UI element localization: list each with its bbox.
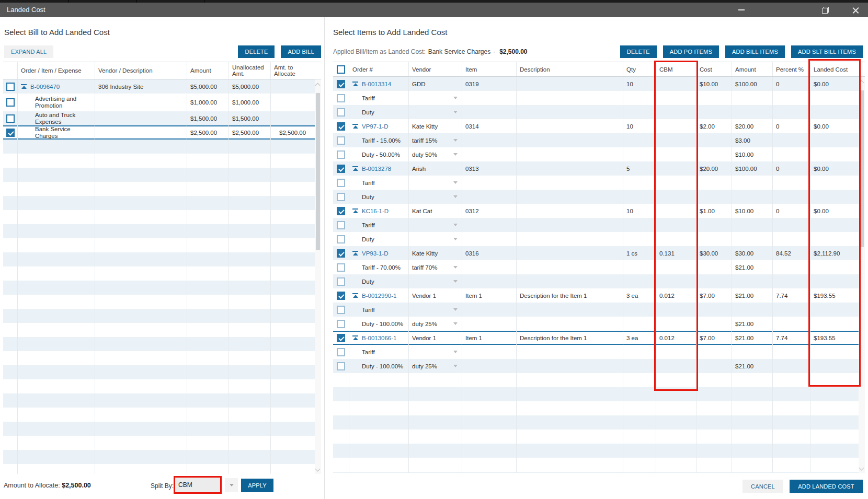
delete-bill-button[interactable]: DELETE	[238, 45, 275, 58]
checkbox-unchecked[interactable]	[337, 348, 345, 356]
checkbox-unchecked[interactable]	[337, 362, 345, 370]
order-link[interactable]: B-0013066-1	[362, 335, 397, 341]
scrollbar-thumb[interactable]	[316, 93, 320, 250]
cell: duty 25%	[409, 359, 462, 373]
checkbox-unchecked[interactable]	[337, 221, 345, 229]
checkbox-unchecked[interactable]	[337, 235, 345, 243]
empty-cell	[229, 238, 271, 252]
checkbox-unchecked[interactable]	[337, 65, 345, 74]
order-link[interactable]: B-0012990-1	[362, 293, 397, 299]
checkbox-checked[interactable]	[337, 165, 345, 173]
empty-cell	[187, 238, 229, 252]
collapse-icon[interactable]	[352, 293, 358, 298]
expand-all-button[interactable]: EXPAND ALL	[4, 45, 53, 58]
scroll-down-icon[interactable]	[860, 467, 864, 471]
charge-type-dropdown[interactable]: tariff 15%	[412, 137, 459, 144]
empty-cell	[409, 401, 462, 415]
checkbox-unchecked[interactable]	[337, 320, 345, 328]
cell	[656, 274, 696, 288]
close-button[interactable]	[846, 3, 865, 17]
checkbox-unchecked[interactable]	[337, 179, 345, 187]
checkbox-checked[interactable]	[337, 80, 345, 88]
add-bill-items-button[interactable]: ADD BILL ITEMS	[725, 45, 785, 58]
add-bill-button[interactable]: ADD BILL	[281, 45, 321, 58]
scroll-up-icon[interactable]	[316, 83, 320, 87]
cell	[810, 147, 858, 161]
minimize-button[interactable]	[732, 3, 751, 17]
empty-row	[333, 373, 865, 387]
cell	[517, 77, 623, 91]
empty-cell	[271, 450, 315, 464]
charge-type-dropdown[interactable]	[412, 238, 459, 240]
cancel-button[interactable]: CANCEL	[743, 480, 783, 493]
checkbox-checked[interactable]	[6, 129, 15, 137]
checkbox-unchecked[interactable]	[337, 306, 345, 314]
checkbox-unchecked[interactable]	[337, 277, 345, 286]
charge-type-dropdown[interactable]	[412, 224, 459, 226]
collapse-icon[interactable]	[352, 82, 358, 86]
charge-type-dropdown[interactable]	[412, 97, 459, 99]
cell	[409, 232, 462, 246]
charge-type-dropdown[interactable]	[412, 195, 459, 198]
restore-button[interactable]	[816, 3, 835, 17]
collapse-icon[interactable]	[352, 335, 358, 340]
checkbox-unchecked[interactable]	[337, 263, 345, 272]
order-link[interactable]: B-0013314	[362, 81, 391, 87]
collapse-icon[interactable]	[352, 166, 358, 171]
order-link[interactable]: VP93-1-D	[362, 250, 389, 257]
charge-type-dropdown[interactable]: duty 25%	[412, 321, 459, 327]
order-link[interactable]: VP97-1-D	[362, 123, 389, 130]
collapse-icon[interactable]	[352, 251, 358, 256]
items-table-scrollbar[interactable]	[859, 77, 865, 473]
cell	[623, 218, 656, 232]
checkbox-unchecked[interactable]	[6, 114, 15, 123]
collapse-icon[interactable]	[352, 208, 358, 213]
charge-type-dropdown[interactable]	[412, 280, 459, 283]
order-link[interactable]: B-0096470	[30, 84, 60, 90]
charge-type-dropdown[interactable]	[412, 351, 459, 353]
chevron-down-icon	[453, 111, 458, 113]
items-table: Order #VendorItemDescriptionQtyCBMCostAm…	[333, 62, 865, 473]
checkbox-unchecked[interactable]	[337, 193, 345, 201]
scroll-down-icon[interactable]	[316, 468, 320, 472]
checkbox-unchecked[interactable]	[6, 83, 15, 91]
apply-button[interactable]: APPLY	[241, 479, 273, 492]
delete-items-button[interactable]: DELETE	[620, 45, 657, 58]
checkbox-unchecked[interactable]	[337, 94, 345, 102]
add-po-items-button[interactable]: ADD PO ITEMS	[663, 45, 719, 58]
charge-type-dropdown[interactable]: tariff 70%	[412, 264, 459, 271]
empty-cell	[271, 168, 315, 182]
bills-table-scrollbar[interactable]	[315, 79, 321, 474]
charge-type-dropdown[interactable]: duty 50%	[412, 152, 459, 158]
order-link[interactable]: B-0013278	[362, 166, 391, 172]
cell	[333, 317, 349, 331]
cell	[623, 274, 656, 288]
checkbox-checked[interactable]	[337, 207, 345, 215]
add-landed-cost-button[interactable]: ADD LANDED COST	[790, 480, 863, 493]
order-link[interactable]: KC16-1-D	[362, 208, 389, 214]
checkbox-checked[interactable]	[337, 249, 345, 258]
charge-type-dropdown[interactable]: duty 25%	[412, 363, 459, 369]
checkbox-checked[interactable]	[337, 334, 345, 342]
split-by-dropdown-button[interactable]	[225, 478, 238, 492]
checkbox-unchecked[interactable]	[337, 108, 345, 117]
collapse-icon[interactable]	[21, 84, 27, 89]
empty-cell	[271, 436, 315, 450]
checkbox-checked[interactable]	[337, 292, 345, 300]
checkbox-unchecked[interactable]	[6, 98, 15, 107]
split-by-combobox[interactable]: CBM	[174, 476, 222, 494]
checkbox-unchecked[interactable]	[337, 136, 345, 145]
charge-type-dropdown[interactable]	[412, 111, 459, 113]
add-slt-bill-items-button[interactable]: ADD SLT BILL ITEMS	[791, 45, 863, 58]
charge-type-dropdown[interactable]	[412, 308, 459, 311]
checkbox-unchecked[interactable]	[337, 150, 345, 159]
collapse-icon[interactable]	[352, 124, 358, 129]
empty-cell	[696, 415, 732, 430]
cell: $10.00	[732, 147, 773, 161]
empty-cell	[3, 323, 18, 337]
empty-cell	[3, 351, 18, 365]
scrollbar-thumb[interactable]	[860, 90, 864, 247]
scroll-up-icon[interactable]	[860, 80, 864, 84]
charge-type-dropdown[interactable]	[412, 181, 459, 184]
checkbox-checked[interactable]	[337, 122, 345, 131]
